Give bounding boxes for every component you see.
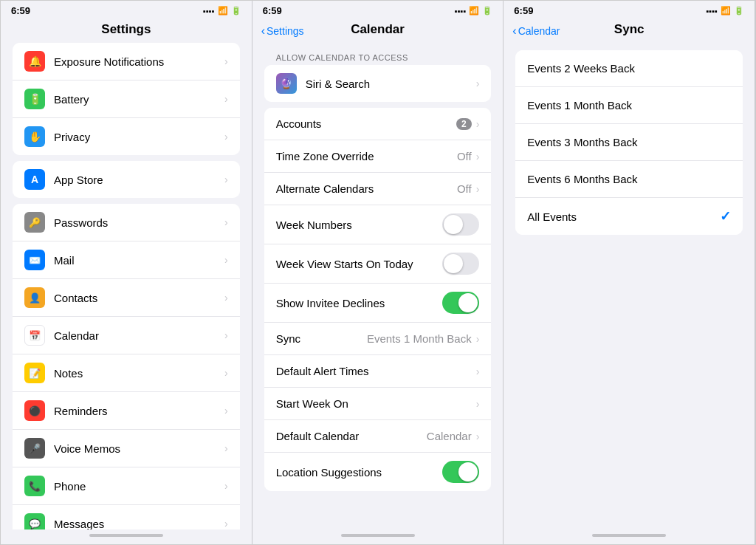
calendar-altcal-item[interactable]: Alternate Calendars Off › <box>264 173 492 205</box>
calendar-weekview-item[interactable]: Week View Starts On Today <box>264 244 492 284</box>
altcal-value: Off <box>457 182 472 195</box>
location-toggle[interactable] <box>442 461 479 483</box>
exposure-label: Exposure Notifications <box>54 55 224 68</box>
chevron-icon: › <box>224 329 228 341</box>
calendar-defaultcal-item[interactable]: Default Calendar Calendar › <box>264 420 492 453</box>
sync-3months-item[interactable]: Events 3 Months Back <box>515 124 743 161</box>
settings-item-phone[interactable]: 📞 Phone › <box>13 467 240 505</box>
settings-item-calendar[interactable]: 📅 Calendar › <box>13 317 240 354</box>
sync-allevents-item[interactable]: All Events ✓ <box>515 198 743 235</box>
settings-item-messages[interactable]: 💬 Messages › <box>13 505 240 529</box>
sync-2weeks-item[interactable]: Events 2 Weeks Back <box>515 50 743 87</box>
voicememos-icon: 🎤 <box>24 438 45 459</box>
back-chevron-2: ‹ <box>261 24 265 38</box>
calendar-location-item[interactable]: Location Suggestions <box>264 453 492 491</box>
nav-bar-3: ‹ Calendar Sync <box>504 19 755 43</box>
chevron-icon: › <box>224 442 228 454</box>
calendar-access-group: 🔮 Siri & Search › <box>264 65 492 102</box>
back-button-3[interactable]: ‹ Calendar <box>512 24 560 38</box>
calendar-siri-item[interactable]: 🔮 Siri & Search › <box>264 65 492 102</box>
settings-item-battery[interactable]: 🔋 Battery › <box>13 80 240 118</box>
sync-title: Sync <box>614 22 645 36</box>
status-bar-2: 6:59 ▪▪▪▪ 📶 🔋 <box>252 1 504 19</box>
messages-icon: 💬 <box>24 513 45 529</box>
calendar-alerttimes-item[interactable]: Default Alert Times › <box>264 355 492 388</box>
calendar-panel: 6:59 ▪▪▪▪ 📶 🔋 ‹ Settings Calendar ALLOW … <box>252 1 504 544</box>
sync-label: Sync <box>276 332 367 345</box>
chevron-icon: › <box>224 216 228 228</box>
settings-item-reminders[interactable]: ⚫ Reminders › <box>13 392 240 430</box>
reminders-icon: ⚫ <box>24 400 45 421</box>
allevents-label: All Events <box>527 210 720 223</box>
settings-item-privacy[interactable]: ✋ Privacy › <box>13 118 240 155</box>
sync-scroll[interactable]: Events 2 Weeks Back Events 1 Month Back … <box>504 43 755 529</box>
chevron-icon: › <box>224 292 228 304</box>
chevron-icon: › <box>476 431 480 442</box>
sync-panel: 6:59 ▪▪▪▪ 📶 🔋 ‹ Calendar Sync Events 2 W… <box>504 1 755 544</box>
settings-title: Settings <box>101 22 151 36</box>
location-label: Location Suggestions <box>276 466 443 479</box>
siri-icon: 🔮 <box>276 73 297 94</box>
weekview-toggle[interactable] <box>442 253 479 275</box>
calendar-label: Calendar <box>54 329 224 342</box>
settings-group-appstore: A App Store › <box>13 161 240 198</box>
settings-scroll[interactable]: 🔔 Exposure Notifications › 🔋 Battery › ✋… <box>1 43 252 529</box>
settings-item-contacts[interactable]: 👤 Contacts › <box>13 279 240 317</box>
settings-item-notes[interactable]: 📝 Notes › <box>13 354 240 392</box>
toggle-knob <box>458 293 478 312</box>
invitee-toggle[interactable] <box>442 292 479 314</box>
passwords-label: Passwords <box>54 216 224 229</box>
calendar-invitee-item[interactable]: Show Invitee Declines <box>264 284 492 323</box>
back-chevron-3: ‹ <box>512 24 516 38</box>
chevron-icon: › <box>224 174 228 185</box>
chevron-icon: › <box>476 78 480 89</box>
settings-item-mail[interactable]: ✉️ Mail › <box>13 241 240 279</box>
calendar-sync-item[interactable]: Sync Events 1 Month Back › <box>264 323 492 355</box>
calendar-timezone-item[interactable]: Time Zone Override Off › <box>264 140 492 173</box>
2weeks-label: Events 2 Weeks Back <box>527 62 731 75</box>
chevron-icon: › <box>476 118 480 130</box>
status-icons-1: ▪▪▪▪ 📶 🔋 <box>203 6 241 16</box>
home-bar-2 <box>341 534 415 537</box>
chevron-icon: › <box>476 398 480 410</box>
mail-label: Mail <box>54 254 224 267</box>
access-section-header: ALLOW CALENDAR TO ACCESS <box>264 43 492 65</box>
notes-label: Notes <box>54 367 224 380</box>
calendar-startweekon-item[interactable]: Start Week On › <box>264 388 492 420</box>
settings-item-exposure[interactable]: 🔔 Exposure Notifications › <box>13 43 240 80</box>
privacy-icon: ✋ <box>24 126 45 147</box>
timezone-label: Time Zone Override <box>276 150 457 162</box>
status-bar-1: 6:59 ▪▪▪▪ 📶 🔋 <box>1 1 252 19</box>
settings-item-passwords[interactable]: 🔑 Passwords › <box>13 204 240 241</box>
weekview-label: Week View Starts On Today <box>276 258 443 270</box>
sync-6months-item[interactable]: Events 6 Months Back <box>515 161 743 198</box>
chevron-icon: › <box>476 183 480 195</box>
calendar-accounts-item[interactable]: Accounts 2 › <box>264 108 492 140</box>
wifi-icon: 📶 <box>218 6 228 16</box>
status-icons-3: ▪▪▪▪ 📶 🔋 <box>706 6 744 16</box>
chevron-icon: › <box>224 480 228 492</box>
phone-label: Phone <box>54 480 224 493</box>
settings-item-voicememos[interactable]: 🎤 Voice Memos › <box>13 430 240 467</box>
calendar-weeknumbers-item[interactable]: Week Numbers <box>264 205 492 244</box>
contacts-label: Contacts <box>54 292 224 304</box>
accounts-label: Accounts <box>276 117 456 130</box>
mail-icon: ✉️ <box>24 250 45 270</box>
signal-icon: ▪▪▪▪ <box>706 7 718 16</box>
reminders-label: Reminders <box>54 405 224 417</box>
sync-1month-item[interactable]: Events 1 Month Back <box>515 87 743 124</box>
1month-label: Events 1 Month Back <box>527 99 731 112</box>
wifi-icon: 📶 <box>469 6 479 16</box>
signal-icon: ▪▪▪▪ <box>203 7 215 16</box>
back-button-2[interactable]: ‹ Settings <box>261 24 304 38</box>
chevron-icon: › <box>224 518 228 529</box>
3months-label: Events 3 Months Back <box>527 136 731 148</box>
6months-label: Events 6 Months Back <box>527 173 731 185</box>
settings-item-appstore[interactable]: A App Store › <box>13 161 240 198</box>
calendar-scroll[interactable]: ALLOW CALENDAR TO ACCESS 🔮 Siri & Search… <box>252 43 504 529</box>
weeknumbers-toggle[interactable] <box>442 213 479 236</box>
timezone-value: Off <box>457 150 472 162</box>
nav-bar-2: ‹ Settings Calendar <box>252 19 504 43</box>
sync-options-group: Events 2 Weeks Back Events 1 Month Back … <box>515 50 743 235</box>
nav-bar-1: Settings <box>1 19 252 43</box>
